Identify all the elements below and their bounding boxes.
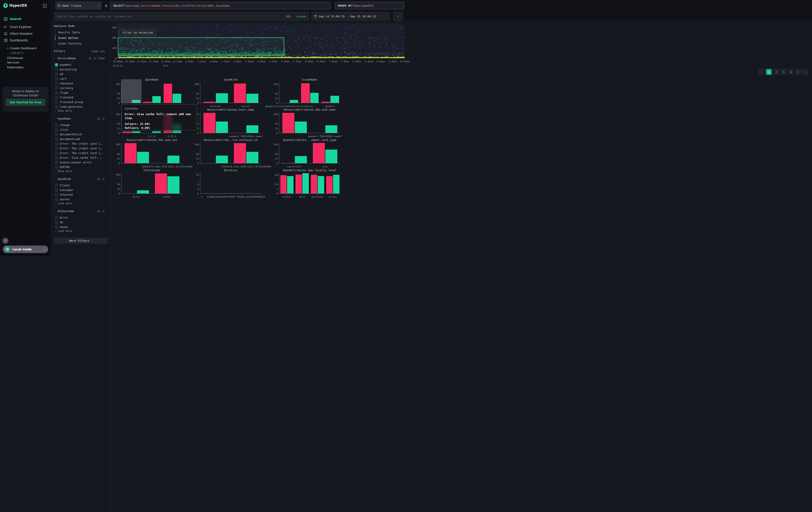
filter-option[interactable]: documentLoad — [51, 137, 111, 141]
filter-option[interactable]: cart — [51, 77, 111, 81]
run-query-button[interactable]: › — [393, 12, 403, 21]
sql-toggle[interactable]: SQL — [286, 15, 291, 18]
gear-icon[interactable]: ⚙ — [104, 3, 109, 8]
filter-option[interactable]: Error: The credit card (… — [51, 141, 111, 146]
load-more-button[interactable]: › Load more — [54, 230, 72, 233]
mini-chart-ResourceAttributes.k8s.pod.uid[interactable]: ResourceAttributes.k8s.pod.uid025501005e… — [112, 138, 191, 168]
local-mode-pill[interactable]: U Local mode › — [3, 246, 48, 253]
filter-group-servicename[interactable]: ⌄ServiceNameClear — [51, 57, 111, 61]
pin-icon[interactable] — [102, 210, 105, 213]
filter-option[interactable]: Error: Visa cache full: … — [51, 156, 111, 160]
checkbox-unchecked[interactable] — [55, 68, 58, 71]
checkbox-checked[interactable]: ✓ — [55, 63, 58, 66]
filter-option[interactable]: Unset — [51, 225, 111, 230]
checkbox-unchecked[interactable] — [55, 147, 58, 150]
checkbox-unchecked[interactable] — [55, 82, 58, 85]
order-by-input[interactable]: ORDER BY Timestamp DESC — [335, 2, 404, 9]
sidebar-collapse-icon[interactable] — [43, 4, 47, 8]
analysis-mode-results-table[interactable]: Results Table — [55, 30, 104, 35]
sidebar-item-chart-explorer[interactable]: Chart Explorer — [0, 24, 51, 30]
analysis-mode-event-patterns[interactable]: Event Patterns — [55, 41, 104, 46]
filter-option[interactable]: load-generator — [51, 105, 111, 109]
checkbox-unchecked[interactable] — [55, 124, 58, 127]
checkbox-unchecked[interactable] — [55, 77, 58, 80]
more-filters-button[interactable]: More filters ⌄ — [54, 238, 108, 244]
pin-icon[interactable] — [102, 117, 105, 120]
mini-chart-ResourceAttributes.host.name[interactable]: ResourceAttributes.host.name02550100paym… — [191, 108, 270, 138]
create-dashboard-button[interactable]: Create Dashboard — [10, 47, 36, 50]
checkbox-unchecked[interactable] — [55, 73, 58, 76]
filter-option[interactable]: frontend-proxy — [51, 100, 111, 105]
checkbox-unchecked[interactable] — [55, 101, 58, 104]
checkbox-unchecked[interactable] — [55, 198, 58, 201]
mini-chart-StatusCode[interactable]: StatusCode02550100ErrorUnset — [112, 168, 191, 198]
mini-chart-SpanKind[interactable]: SpanKind02550100InternalServer — [191, 78, 270, 108]
filter-group-spankind[interactable]: ⌄SpanKind — [51, 177, 111, 182]
filter-group-spanname[interactable]: ⌄SpanName — [51, 117, 111, 121]
filter-option[interactable]: EXPIRE — [51, 165, 111, 170]
checkbox-unchecked[interactable] — [55, 91, 58, 95]
mini-chart-SpanAttributes...yment.card_type[interactable]: SpanAttributes...yment.card_type02550100… — [270, 138, 349, 168]
filter-option[interactable]: ad — [51, 72, 111, 77]
filter-option[interactable]: frontend — [51, 95, 111, 100]
sidebar-item-services[interactable]: Services — [7, 61, 19, 64]
sidebar-item-clickhouse[interactable]: ClickHouse — [7, 56, 23, 60]
pin-icon[interactable] — [102, 178, 105, 181]
checkbox-unchecked[interactable] — [55, 105, 58, 108]
show-more-button[interactable]: › Show more — [54, 170, 72, 173]
mini-chart-SpanAttributes.app.loyalty.level[interactable]: SpanAttributes.app.loyalty.level071428br… — [270, 168, 349, 198]
checkbox-unchecked[interactable] — [55, 96, 58, 99]
checkbox-unchecked[interactable] — [55, 189, 58, 192]
filter-option[interactable]: flagd — [51, 90, 111, 95]
filter-option[interactable]: documentFetch — [51, 132, 111, 137]
filter-option[interactable]: accounting — [51, 67, 111, 72]
filter-option[interactable]: click — [51, 128, 111, 132]
checkbox-unchecked[interactable] — [55, 216, 58, 219]
date-range-input[interactable]: Sep 14 22:04:35 - Sep 15 10:04:35 — [312, 12, 390, 21]
checkbox-unchecked[interactable] — [55, 161, 58, 164]
filter-option[interactable]: eventListener.error — [51, 160, 111, 165]
mini-chart-ResourceAttributes.k8s.pod.name[interactable]: ResourceAttributes.k8s.pod.name02550100p… — [270, 108, 349, 138]
filter-by-selection-button[interactable]: Filter by Selection — [119, 30, 156, 36]
mini-chart-SpanName[interactable]: SpanName02550100 — [112, 78, 191, 108]
checkbox-unchecked[interactable] — [55, 87, 58, 90]
checkbox-unchecked[interactable] — [55, 138, 58, 141]
mini-chart-Duration[interactable]: Duration04816011988132944180703098759483… — [191, 168, 270, 198]
search-icon[interactable] — [97, 210, 100, 213]
presets-label[interactable]: PRESETS — [11, 52, 24, 55]
sidebar-item-client-sessions[interactable]: Client Sessions — [0, 30, 51, 37]
pin-icon[interactable] — [94, 57, 97, 60]
filter-option[interactable]: ✓payment — [51, 62, 111, 67]
checkbox-unchecked[interactable] — [55, 128, 58, 131]
filter-option[interactable]: Consumer — [51, 188, 111, 193]
load-more-button[interactable]: › Load more — [54, 202, 72, 205]
heatmap-selection[interactable] — [118, 37, 284, 55]
filter-group-statuscode[interactable]: ⌄StatusCode — [51, 210, 111, 214]
filter-option[interactable]: checkout — [51, 81, 111, 86]
search-icon[interactable] — [89, 57, 92, 60]
checkbox-unchecked[interactable] — [55, 152, 58, 155]
checkbox-unchecked[interactable] — [55, 166, 58, 169]
sidebar-item-kubernetes[interactable]: Kubernetes — [7, 66, 24, 69]
help-button[interactable]: ? — [2, 238, 8, 244]
checkbox-unchecked[interactable] — [55, 193, 58, 196]
checkbox-unchecked[interactable] — [55, 221, 58, 224]
lucene-toggle[interactable]: Lucene — [296, 15, 306, 18]
get-started-button[interactable]: Get Started for Free — [6, 99, 46, 106]
checkbox-unchecked[interactable] — [55, 225, 58, 228]
checkbox-unchecked[interactable] — [55, 142, 58, 145]
mini-chart-ResourceAttribu..ice.instance.id[interactable]: ResourceAttribu..ice.instance.id02550100… — [191, 138, 270, 168]
filter-option[interactable]: Internal — [51, 193, 111, 197]
sidebar-item-search[interactable]: Search — [0, 16, 51, 22]
filter-option[interactable]: currency — [51, 86, 111, 90]
checkbox-unchecked[interactable] — [55, 156, 58, 159]
clear-group-button[interactable]: Clear — [97, 57, 105, 60]
sql-select-input[interactable]: SELECT Timestamp, ServiceName, StatusCod… — [110, 2, 330, 9]
search-icon[interactable] — [97, 117, 100, 120]
search-icon[interactable] — [97, 178, 100, 181]
filter-option[interactable]: Error: The credit card (… — [51, 151, 111, 156]
mini-chart-ScopeName[interactable]: ScopeName02550100@hyperdx/instrumentatio… — [270, 78, 349, 108]
clear-all-button[interactable]: Clear all — [91, 50, 105, 53]
filter-option[interactable]: Ok — [51, 220, 111, 225]
filter-option[interactable]: change — [51, 123, 111, 128]
